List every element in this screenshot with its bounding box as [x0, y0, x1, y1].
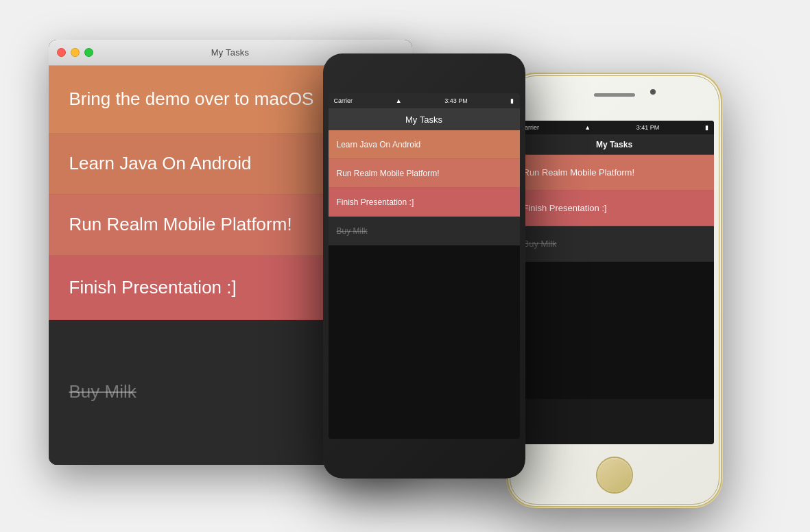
- maximize-button[interactable]: [84, 48, 93, 57]
- iphone: Carrier ▲ 3:41 PM ▮ My Tasks Run Realm M…: [508, 74, 721, 506]
- scene: My Tasks Bring the demo over to macOS Le…: [28, 19, 783, 513]
- iphone-task-item-1[interactable]: Run Realm Mobile Platform!: [515, 155, 714, 191]
- minimize-button[interactable]: [71, 48, 80, 57]
- android-battery-icon: ▮: [510, 97, 514, 104]
- iphone-task-item-3[interactable]: Buy Milk: [515, 226, 714, 262]
- iphone-screen: Carrier ▲ 3:41 PM ▮ My Tasks Run Realm M…: [515, 121, 714, 444]
- android-app-title: My Tasks: [405, 114, 442, 125]
- iphone-task-item-2[interactable]: Finish Presentation :]: [515, 191, 714, 226]
- android-task-item-1[interactable]: Learn Java On Android: [329, 130, 520, 159]
- iphone-wifi-icon: ▲: [584, 124, 591, 131]
- android-empty-area: [329, 245, 520, 439]
- android-task-item-4[interactable]: Buy Milk: [329, 217, 520, 245]
- iphone-status-bar: Carrier ▲ 3:41 PM ▮: [515, 121, 714, 134]
- android-app-bar: My Tasks: [329, 108, 520, 130]
- android-wifi-icon: ▲: [396, 97, 402, 104]
- android-time: 3:43 PM: [444, 97, 468, 104]
- iphone-body: Carrier ▲ 3:41 PM ▮ My Tasks Run Realm M…: [508, 74, 721, 506]
- iphone-camera: [650, 89, 656, 95]
- iphone-speaker: [594, 93, 635, 97]
- iphone-app-bar: My Tasks: [515, 134, 714, 155]
- mac-window-controls: [57, 48, 93, 57]
- android-task-item-2[interactable]: Run Realm Mobile Platform!: [329, 159, 520, 188]
- iphone-home-button[interactable]: [597, 458, 632, 492]
- close-button[interactable]: [57, 48, 66, 57]
- android-task-item-3[interactable]: Finish Presentation :]: [329, 188, 520, 217]
- iphone-time: 3:41 PM: [636, 124, 660, 131]
- android-screen: Carrier ▲ 3:43 PM ▮ My Tasks Learn Java …: [329, 93, 520, 439]
- mac-window-title: My Tasks: [211, 47, 250, 58]
- iphone-app-title: My Tasks: [596, 140, 632, 149]
- iphone-battery-icon: ▮: [705, 124, 708, 131]
- android-phone: Carrier ▲ 3:43 PM ▮ My Tasks Learn Java …: [323, 53, 525, 479]
- android-carrier: Carrier: [334, 97, 353, 104]
- iphone-empty-area: [515, 262, 714, 399]
- android-status-bar: Carrier ▲ 3:43 PM ▮: [329, 93, 520, 108]
- android-body: Carrier ▲ 3:43 PM ▮ My Tasks Learn Java …: [323, 53, 525, 479]
